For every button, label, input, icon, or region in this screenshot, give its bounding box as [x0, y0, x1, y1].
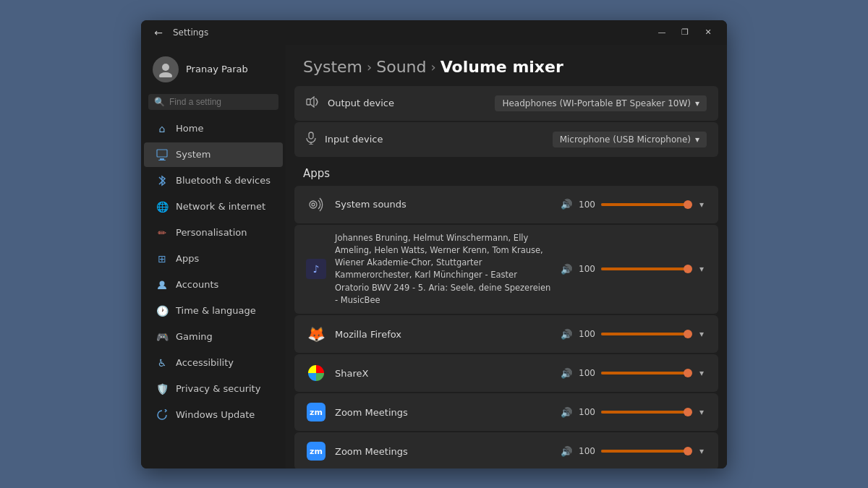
sidebar-item-accessibility[interactable]: ♿ Accessibility — [144, 351, 283, 375]
back-button[interactable]: ← — [150, 24, 167, 41]
minimize-button[interactable]: — — [652, 25, 672, 40]
sidebar-item-bluetooth[interactable]: Bluetooth & devices — [144, 168, 283, 193]
search-input[interactable] — [169, 97, 273, 107]
main-content: Pranay Parab 🔍 ⌂ Home System Bluet — [141, 45, 727, 468]
expand-button[interactable]: ▾ — [697, 404, 707, 420]
sidebar-item-update[interactable]: Windows Update — [144, 403, 283, 427]
svg-point-11 — [312, 203, 315, 206]
output-icon — [306, 96, 319, 111]
bluetooth-icon — [156, 174, 169, 187]
sidebar-item-label: Apps — [176, 253, 199, 264]
volume-slider[interactable] — [601, 267, 688, 270]
vol-icon: 🔊 — [561, 329, 572, 340]
sidebar-item-label: Bluetooth & devices — [176, 175, 271, 186]
app-name-system-sounds: System sounds — [335, 199, 552, 210]
search-box[interactable]: 🔍 — [148, 94, 278, 110]
app-name-firefox: Mozilla Firefox — [335, 329, 552, 340]
vol-icon: 🔊 — [561, 368, 572, 379]
breadcrumb-sound[interactable]: Sound — [376, 58, 426, 76]
sidebar-item-label: Privacy & security — [176, 383, 260, 394]
svg-rect-3 — [160, 158, 164, 160]
expand-button[interactable]: ▾ — [697, 326, 707, 342]
sidebar-item-system[interactable]: System — [144, 142, 283, 167]
apps-section-label: Apps — [286, 158, 727, 184]
system-sounds-icon — [306, 194, 326, 215]
sidebar-item-label: Windows Update — [176, 409, 255, 420]
volume-control-system: 🔊 100 ▾ — [561, 197, 707, 213]
vol-num: 100 — [578, 368, 595, 378]
sidebar-item-network[interactable]: 🌐 Network & internet — [144, 194, 283, 219]
app-name-zoom-1: Zoom Meetings — [335, 407, 552, 418]
input-label: Input device — [325, 134, 544, 145]
volume-slider[interactable] — [601, 411, 688, 414]
vol-icon: 🔊 — [561, 407, 572, 418]
zoom-icon-1: zm — [306, 402, 326, 422]
close-button[interactable]: ✕ — [698, 25, 718, 40]
expand-button[interactable]: ▾ — [697, 261, 707, 277]
gaming-icon: 🎮 — [156, 330, 169, 343]
volume-control-sharex: 🔊 100 ▾ — [561, 365, 707, 381]
sidebar-item-apps[interactable]: ⊞ Apps — [144, 247, 283, 271]
personalise-icon: ✏️ — [156, 226, 169, 239]
app-row-sharex: ShareX 🔊 100 ▾ — [294, 354, 718, 392]
vol-icon: 🔊 — [561, 264, 572, 275]
volume-slider[interactable] — [601, 333, 688, 335]
app-name-sharex: ShareX — [335, 368, 552, 379]
volume-slider[interactable] — [601, 450, 688, 453]
expand-button[interactable]: ▾ — [697, 197, 707, 213]
home-icon: ⌂ — [156, 122, 169, 135]
apps-icon: ⊞ — [156, 252, 169, 265]
vol-num: 100 — [578, 329, 595, 339]
vol-num: 100 — [578, 264, 595, 274]
sidebar-item-personalisation[interactable]: ✏️ Personalisation — [144, 221, 283, 245]
sidebar-item-gaming[interactable]: 🎮 Gaming — [144, 325, 283, 349]
breadcrumb-system[interactable]: System — [303, 58, 362, 76]
app-row-firefox: 🦊 Mozilla Firefox 🔊 100 ▾ — [294, 315, 718, 353]
privacy-icon: 🛡️ — [156, 382, 169, 395]
output-dropdown[interactable]: Headphones (WI-Portable BT Speaker 10W) … — [495, 95, 707, 111]
input-value: Microphone (USB Microphone) — [560, 134, 691, 145]
main-panel: System › Sound › Volume mixer Output dev… — [286, 45, 727, 468]
input-dropdown[interactable]: Microphone (USB Microphone) ▾ — [553, 132, 707, 147]
svg-point-0 — [162, 64, 169, 71]
breadcrumb-sep2: › — [431, 59, 436, 74]
expand-button[interactable]: ▾ — [697, 365, 707, 381]
sidebar-item-label: Gaming — [176, 331, 213, 342]
sharex-icon — [306, 363, 326, 383]
firefox-icon: 🦊 — [306, 324, 326, 344]
expand-button[interactable]: ▾ — [697, 443, 707, 459]
vol-num: 100 — [578, 446, 595, 456]
app-row-musicbee: ♪ Johannes Bruning, Helmut Winschermann,… — [294, 225, 718, 314]
sidebar-item-label: Network & internet — [176, 201, 265, 212]
sidebar-item-label: Time & language — [176, 305, 256, 316]
output-value: Headphones (WI-Portable BT Speaker 10W) — [502, 98, 691, 108]
volume-slider[interactable] — [601, 372, 688, 374]
sidebar-item-label: System — [176, 149, 210, 160]
app-row-system-sounds: System sounds 🔊 100 ▾ — [294, 186, 718, 223]
accounts-icon — [156, 278, 169, 291]
breadcrumb-current: Volume mixer — [441, 58, 563, 76]
sidebar-item-privacy[interactable]: 🛡️ Privacy & security — [144, 377, 283, 401]
sidebar-item-label: Accounts — [176, 279, 218, 290]
output-device-row: Output device Headphones (WI-Portable BT… — [294, 86, 718, 121]
vol-num: 100 — [578, 407, 595, 417]
sidebar-item-label: Home — [176, 123, 203, 134]
sidebar-item-label: Personalisation — [176, 227, 247, 238]
network-icon: 🌐 — [156, 200, 169, 213]
sidebar-item-time[interactable]: 🕐 Time & language — [144, 299, 283, 323]
settings-window: ← Settings — ❐ ✕ Pranay Parab 🔍 ⌂ Home — [141, 20, 727, 468]
volume-slider[interactable] — [601, 203, 688, 206]
sidebar: Pranay Parab 🔍 ⌂ Home System Bluet — [141, 45, 286, 468]
vol-num: 100 — [578, 200, 595, 210]
svg-rect-2 — [157, 150, 167, 157]
maximize-button[interactable]: ❐ — [675, 25, 695, 40]
svg-point-10 — [310, 201, 317, 208]
volume-control-musicbee: 🔊 100 ▾ — [561, 261, 707, 277]
input-device-row: Input device Microphone (USB Microphone)… — [294, 122, 718, 157]
output-label: Output device — [328, 98, 486, 108]
input-icon — [306, 132, 316, 147]
user-section: Pranay Parab — [141, 45, 286, 91]
sidebar-item-accounts[interactable]: Accounts — [144, 273, 283, 297]
sidebar-item-home[interactable]: ⌂ Home — [144, 116, 283, 141]
user-name: Pranay Parab — [186, 64, 248, 74]
